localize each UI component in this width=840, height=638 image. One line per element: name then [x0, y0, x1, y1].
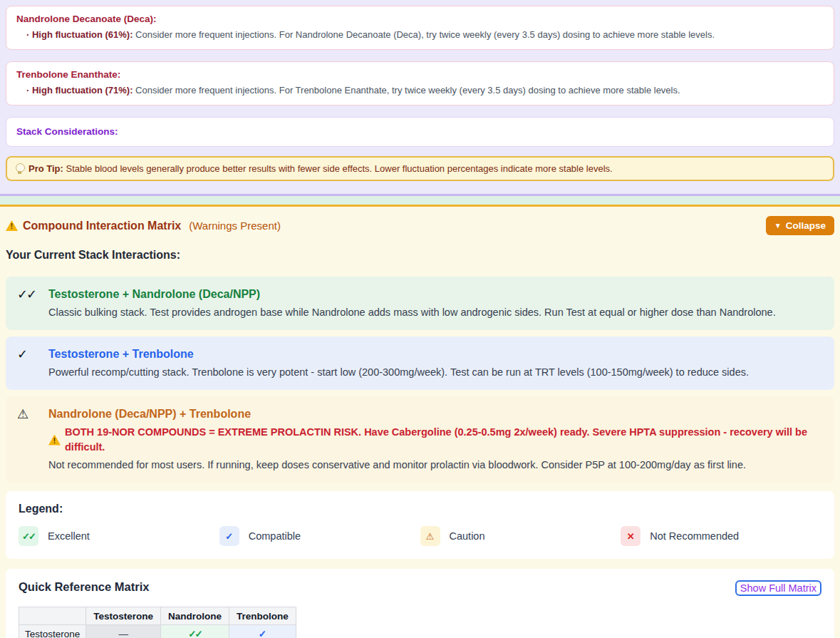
- matrix-header-row: Testosterone Nandrolone Trenbolone: [19, 607, 296, 625]
- interaction-body: Testosterone + Nandrolone (Deca/NPP) Cla…: [48, 287, 823, 320]
- interaction-card-test-trenbolone: ✓ Testosterone + Trenbolone Powerful rec…: [6, 336, 834, 390]
- interaction-warning-text: BOTH 19-NOR COMPOUNDS = EXTREME PROLACTI…: [65, 425, 823, 455]
- section-title: Compound Interaction Matrix: [23, 220, 181, 232]
- stack-considerations-card: Stack Considerations:: [6, 117, 834, 147]
- matrix-cell: ✓✓: [161, 625, 229, 638]
- pro-tip-body: Stable blood levels generally produce be…: [63, 163, 613, 174]
- double-check-icon: ✓✓: [19, 526, 38, 546]
- legend-item-not-recommended: ✕ Not Recommended: [621, 526, 821, 546]
- legend-label: Caution: [450, 530, 485, 542]
- collapse-button[interactable]: ▼ Collapse: [766, 216, 834, 235]
- warnings-present-label: (Warnings Present): [189, 220, 281, 232]
- advisory-title: Nandrolone Decanoate (Deca):: [16, 14, 824, 25]
- section-gap: [0, 196, 840, 205]
- quick-reference-matrix-card: Quick Reference Matrix Show Full Matrix …: [6, 569, 834, 638]
- legend-item-compatible: ✓ Compatible: [219, 526, 420, 546]
- interaction-title: Testosterone + Trenbolone: [48, 346, 823, 361]
- cross-icon: ✕: [621, 526, 641, 546]
- advisory-bullet: · High fluctuation (61%): Consider more …: [16, 29, 824, 41]
- interaction-description: Classic bulking stack. Test provides and…: [48, 305, 823, 320]
- check-icon: ✓: [17, 346, 43, 380]
- legend-title: Legend:: [19, 503, 821, 515]
- interaction-header-left: Compound Interaction Matrix (Warnings Pr…: [6, 220, 281, 232]
- reference-matrix-table: Testosterone Nandrolone Trenbolone Testo…: [19, 607, 296, 638]
- interaction-body: Nandrolone (Deca/NPP) + Trenbolone BOTH …: [48, 406, 823, 473]
- interaction-title: Nandrolone (Deca/NPP) + Trenbolone: [48, 406, 823, 421]
- advisory-bullet-text: Consider more frequent injections. For N…: [133, 29, 715, 40]
- matrix-cell: —: [86, 625, 161, 638]
- matrix-row-testosterone: Testosterone — ✓✓ ✓: [19, 625, 296, 638]
- collapse-button-label: Collapse: [786, 220, 826, 231]
- caution-triangle-icon: ⚠: [17, 406, 43, 473]
- matrix-cell: ✓: [229, 625, 296, 638]
- legend-card: Legend: ✓✓ Excellent ✓ Compatible ⚠ Caut…: [6, 491, 834, 559]
- legend-label: Not Recommended: [650, 530, 739, 542]
- lightbulb-icon: [16, 163, 24, 174]
- quick-reference-title: Quick Reference Matrix: [19, 580, 149, 594]
- pro-tip-label: Pro Tip:: [28, 163, 63, 174]
- stack-considerations-title: Stack Considerations:: [16, 126, 824, 138]
- advisory-bullet-bold: · High fluctuation (61%):: [26, 29, 133, 40]
- advisory-bullet: · High fluctuation (71%): Consider more …: [16, 85, 824, 96]
- pro-tip-text: Pro Tip: Stable blood levels generally p…: [28, 163, 613, 175]
- advisory-card-trenbolone: Trenbolone Enanthate: · High fluctuation…: [6, 61, 834, 106]
- matrix-corner-cell: [19, 607, 86, 625]
- interaction-description: Powerful recomp/cutting stack. Trenbolon…: [48, 365, 823, 380]
- warning-triangle-icon: [48, 435, 61, 446]
- legend-item-excellent: ✓✓ Excellent: [19, 526, 219, 546]
- stack-interactions-heading: Your Current Stack Interactions:: [6, 249, 834, 262]
- matrix-col-header: Nandrolone: [161, 607, 229, 625]
- interaction-description: Not recommended for most users. If runni…: [48, 458, 823, 473]
- legend-label: Compatible: [249, 530, 301, 542]
- interaction-section-header: Compound Interaction Matrix (Warnings Pr…: [6, 216, 834, 235]
- advisory-title: Trenbolone Enanthate:: [16, 69, 824, 81]
- matrix-row-label: Testosterone: [19, 625, 86, 638]
- legend-grid: ✓✓ Excellent ✓ Compatible ⚠ Caution ✕ No…: [19, 526, 821, 546]
- double-check-icon: ✓✓: [17, 287, 43, 320]
- legend-item-caution: ⚠ Caution: [420, 526, 621, 546]
- matrix-col-header: Trenbolone: [229, 607, 296, 625]
- compound-interaction-section: Compound Interaction Matrix (Warnings Pr…: [0, 205, 840, 638]
- page: Nandrolone Decanoate (Deca): · High fluc…: [0, 0, 840, 638]
- interaction-body: Testosterone + Trenbolone Powerful recom…: [48, 346, 823, 380]
- interaction-title: Testosterone + Nandrolone (Deca/NPP): [48, 287, 823, 302]
- chevron-down-icon: ▼: [774, 222, 782, 230]
- legend-label: Excellent: [48, 530, 90, 542]
- matrix-col-header: Testosterone: [86, 607, 161, 625]
- caution-triangle-icon: ⚠: [420, 526, 440, 546]
- show-full-matrix-link[interactable]: Show Full Matrix: [735, 580, 821, 596]
- check-icon: ✓: [219, 526, 239, 546]
- warning-triangle-icon: [6, 220, 18, 231]
- advisory-bullet-bold: · High fluctuation (71%):: [26, 85, 133, 96]
- fluctuation-advisory-section: Nandrolone Decanoate (Deca): · High fluc…: [0, 0, 840, 196]
- pro-tip-banner: Pro Tip: Stable blood levels generally p…: [6, 156, 834, 181]
- advisory-card-nandrolone: Nandrolone Decanoate (Deca): · High fluc…: [6, 6, 834, 50]
- interaction-card-test-nandrolone: ✓✓ Testosterone + Nandrolone (Deca/NPP) …: [6, 277, 834, 330]
- advisory-bullet-text: Consider more frequent injections. For T…: [133, 85, 680, 96]
- quick-reference-header: Quick Reference Matrix Show Full Matrix: [19, 580, 821, 596]
- interaction-card-nandrolone-trenbolone: ⚠ Nandrolone (Deca/NPP) + Trenbolone BOT…: [6, 396, 834, 483]
- interaction-warning: BOTH 19-NOR COMPOUNDS = EXTREME PROLACTI…: [48, 425, 823, 455]
